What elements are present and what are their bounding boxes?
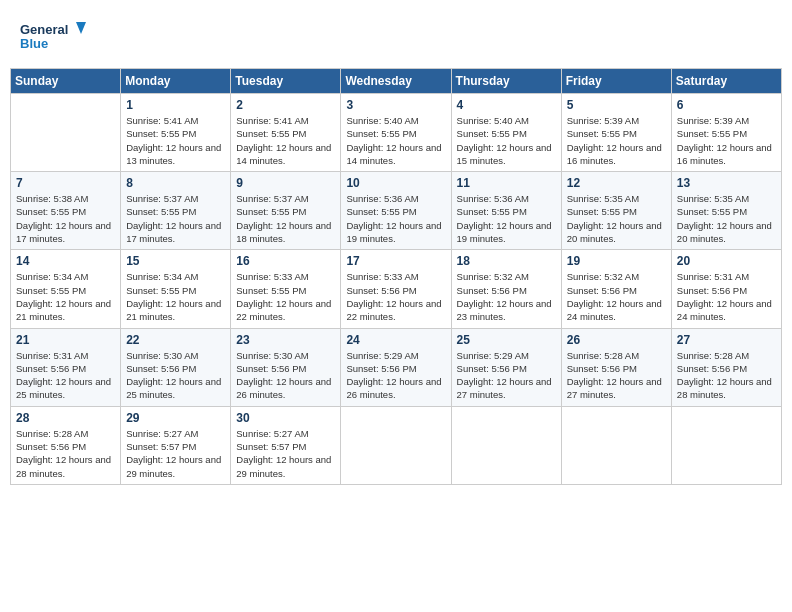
weekday-header-saturday: Saturday (671, 69, 781, 94)
calendar-cell: 20Sunrise: 5:31 AMSunset: 5:56 PMDayligh… (671, 250, 781, 328)
day-info: Sunrise: 5:36 AMSunset: 5:55 PMDaylight:… (457, 192, 556, 245)
calendar-cell: 14Sunrise: 5:34 AMSunset: 5:55 PMDayligh… (11, 250, 121, 328)
day-info: Sunrise: 5:39 AMSunset: 5:55 PMDaylight:… (567, 114, 666, 167)
day-number: 5 (567, 98, 666, 112)
calendar-cell: 5Sunrise: 5:39 AMSunset: 5:55 PMDaylight… (561, 94, 671, 172)
day-info: Sunrise: 5:39 AMSunset: 5:55 PMDaylight:… (677, 114, 776, 167)
day-info: Sunrise: 5:30 AMSunset: 5:56 PMDaylight:… (126, 349, 225, 402)
day-info: Sunrise: 5:29 AMSunset: 5:56 PMDaylight:… (346, 349, 445, 402)
day-info: Sunrise: 5:35 AMSunset: 5:55 PMDaylight:… (567, 192, 666, 245)
calendar-cell: 23Sunrise: 5:30 AMSunset: 5:56 PMDayligh… (231, 328, 341, 406)
calendar-cell: 2Sunrise: 5:41 AMSunset: 5:55 PMDaylight… (231, 94, 341, 172)
day-number: 7 (16, 176, 115, 190)
calendar-cell: 8Sunrise: 5:37 AMSunset: 5:55 PMDaylight… (121, 172, 231, 250)
day-number: 15 (126, 254, 225, 268)
week-row-2: 7Sunrise: 5:38 AMSunset: 5:55 PMDaylight… (11, 172, 782, 250)
calendar-cell: 18Sunrise: 5:32 AMSunset: 5:56 PMDayligh… (451, 250, 561, 328)
calendar-cell (561, 406, 671, 484)
day-number: 16 (236, 254, 335, 268)
calendar-cell: 4Sunrise: 5:40 AMSunset: 5:55 PMDaylight… (451, 94, 561, 172)
day-number: 9 (236, 176, 335, 190)
calendar-cell: 3Sunrise: 5:40 AMSunset: 5:55 PMDaylight… (341, 94, 451, 172)
weekday-header-thursday: Thursday (451, 69, 561, 94)
day-info: Sunrise: 5:33 AMSunset: 5:55 PMDaylight:… (236, 270, 335, 323)
calendar-cell: 11Sunrise: 5:36 AMSunset: 5:55 PMDayligh… (451, 172, 561, 250)
week-row-5: 28Sunrise: 5:28 AMSunset: 5:56 PMDayligh… (11, 406, 782, 484)
calendar-cell: 12Sunrise: 5:35 AMSunset: 5:55 PMDayligh… (561, 172, 671, 250)
day-number: 4 (457, 98, 556, 112)
calendar-cell: 22Sunrise: 5:30 AMSunset: 5:56 PMDayligh… (121, 328, 231, 406)
weekday-header-monday: Monday (121, 69, 231, 94)
weekday-header-wednesday: Wednesday (341, 69, 451, 94)
calendar-cell: 1Sunrise: 5:41 AMSunset: 5:55 PMDaylight… (121, 94, 231, 172)
calendar-cell: 29Sunrise: 5:27 AMSunset: 5:57 PMDayligh… (121, 406, 231, 484)
logo: General Blue (20, 18, 90, 58)
calendar-cell: 9Sunrise: 5:37 AMSunset: 5:55 PMDaylight… (231, 172, 341, 250)
calendar-cell: 28Sunrise: 5:28 AMSunset: 5:56 PMDayligh… (11, 406, 121, 484)
day-number: 3 (346, 98, 445, 112)
calendar-table: SundayMondayTuesdayWednesdayThursdayFrid… (10, 68, 782, 485)
weekday-header-sunday: Sunday (11, 69, 121, 94)
day-info: Sunrise: 5:34 AMSunset: 5:55 PMDaylight:… (16, 270, 115, 323)
day-number: 2 (236, 98, 335, 112)
day-info: Sunrise: 5:28 AMSunset: 5:56 PMDaylight:… (16, 427, 115, 480)
day-number: 20 (677, 254, 776, 268)
weekday-header-friday: Friday (561, 69, 671, 94)
week-row-1: 1Sunrise: 5:41 AMSunset: 5:55 PMDaylight… (11, 94, 782, 172)
day-number: 18 (457, 254, 556, 268)
day-number: 13 (677, 176, 776, 190)
calendar-cell: 13Sunrise: 5:35 AMSunset: 5:55 PMDayligh… (671, 172, 781, 250)
day-number: 17 (346, 254, 445, 268)
calendar-cell: 10Sunrise: 5:36 AMSunset: 5:55 PMDayligh… (341, 172, 451, 250)
calendar-cell (451, 406, 561, 484)
day-number: 30 (236, 411, 335, 425)
day-info: Sunrise: 5:41 AMSunset: 5:55 PMDaylight:… (236, 114, 335, 167)
day-number: 12 (567, 176, 666, 190)
day-info: Sunrise: 5:41 AMSunset: 5:55 PMDaylight:… (126, 114, 225, 167)
day-info: Sunrise: 5:28 AMSunset: 5:56 PMDaylight:… (567, 349, 666, 402)
calendar-cell (671, 406, 781, 484)
calendar-cell: 6Sunrise: 5:39 AMSunset: 5:55 PMDaylight… (671, 94, 781, 172)
calendar-cell: 17Sunrise: 5:33 AMSunset: 5:56 PMDayligh… (341, 250, 451, 328)
day-info: Sunrise: 5:32 AMSunset: 5:56 PMDaylight:… (567, 270, 666, 323)
day-info: Sunrise: 5:35 AMSunset: 5:55 PMDaylight:… (677, 192, 776, 245)
week-row-3: 14Sunrise: 5:34 AMSunset: 5:55 PMDayligh… (11, 250, 782, 328)
calendar-cell: 25Sunrise: 5:29 AMSunset: 5:56 PMDayligh… (451, 328, 561, 406)
day-info: Sunrise: 5:27 AMSunset: 5:57 PMDaylight:… (236, 427, 335, 480)
day-number: 23 (236, 333, 335, 347)
calendar-cell: 7Sunrise: 5:38 AMSunset: 5:55 PMDaylight… (11, 172, 121, 250)
svg-text:Blue: Blue (20, 36, 48, 51)
week-row-4: 21Sunrise: 5:31 AMSunset: 5:56 PMDayligh… (11, 328, 782, 406)
calendar-cell: 16Sunrise: 5:33 AMSunset: 5:55 PMDayligh… (231, 250, 341, 328)
weekday-header-tuesday: Tuesday (231, 69, 341, 94)
day-info: Sunrise: 5:38 AMSunset: 5:55 PMDaylight:… (16, 192, 115, 245)
day-info: Sunrise: 5:27 AMSunset: 5:57 PMDaylight:… (126, 427, 225, 480)
day-number: 8 (126, 176, 225, 190)
day-number: 21 (16, 333, 115, 347)
day-info: Sunrise: 5:34 AMSunset: 5:55 PMDaylight:… (126, 270, 225, 323)
day-info: Sunrise: 5:40 AMSunset: 5:55 PMDaylight:… (346, 114, 445, 167)
calendar-cell: 27Sunrise: 5:28 AMSunset: 5:56 PMDayligh… (671, 328, 781, 406)
day-info: Sunrise: 5:40 AMSunset: 5:55 PMDaylight:… (457, 114, 556, 167)
day-number: 10 (346, 176, 445, 190)
calendar-cell: 30Sunrise: 5:27 AMSunset: 5:57 PMDayligh… (231, 406, 341, 484)
day-number: 27 (677, 333, 776, 347)
day-number: 28 (16, 411, 115, 425)
day-info: Sunrise: 5:28 AMSunset: 5:56 PMDaylight:… (677, 349, 776, 402)
day-info: Sunrise: 5:30 AMSunset: 5:56 PMDaylight:… (236, 349, 335, 402)
day-number: 6 (677, 98, 776, 112)
weekday-header-row: SundayMondayTuesdayWednesdayThursdayFrid… (11, 69, 782, 94)
day-number: 22 (126, 333, 225, 347)
calendar-cell: 19Sunrise: 5:32 AMSunset: 5:56 PMDayligh… (561, 250, 671, 328)
day-number: 11 (457, 176, 556, 190)
day-info: Sunrise: 5:37 AMSunset: 5:55 PMDaylight:… (236, 192, 335, 245)
day-info: Sunrise: 5:36 AMSunset: 5:55 PMDaylight:… (346, 192, 445, 245)
page-header: General Blue (10, 10, 782, 62)
day-number: 19 (567, 254, 666, 268)
logo-svg: General Blue (20, 18, 90, 58)
day-info: Sunrise: 5:37 AMSunset: 5:55 PMDaylight:… (126, 192, 225, 245)
calendar-cell: 26Sunrise: 5:28 AMSunset: 5:56 PMDayligh… (561, 328, 671, 406)
day-number: 14 (16, 254, 115, 268)
calendar-cell (341, 406, 451, 484)
day-number: 26 (567, 333, 666, 347)
